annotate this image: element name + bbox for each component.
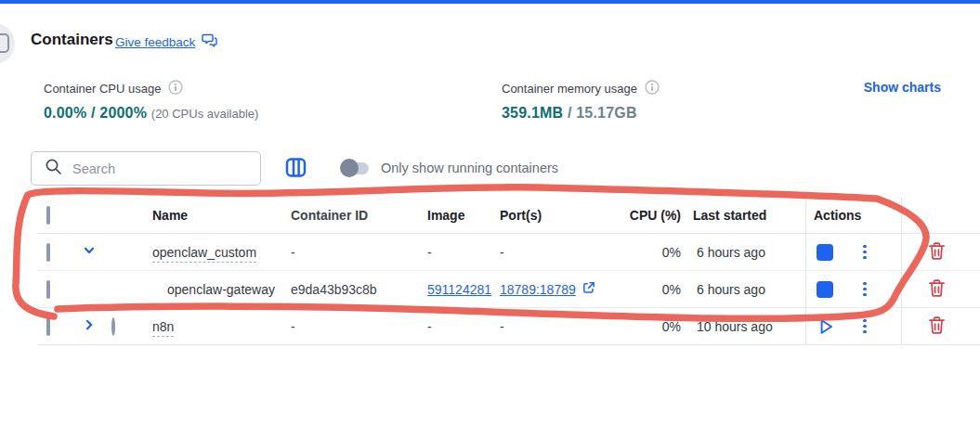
running-only-toggle-label: Only show running containers [381, 161, 558, 175]
give-feedback-label: Give feedback [115, 35, 195, 49]
show-charts-button[interactable]: Show charts [864, 80, 941, 95]
last-started-cell: 6 hours ago [685, 245, 805, 260]
search-input[interactable] [72, 161, 249, 176]
kebab-menu-icon[interactable] [857, 280, 872, 299]
memory-sep: / [563, 105, 576, 121]
toggle-knob [340, 159, 359, 177]
collapse-row-button[interactable] [74, 243, 104, 261]
cpu-total: 2000% [99, 105, 147, 121]
table-row-n8n: n8n - - - 0% 10 hours ago [37, 308, 980, 345]
trash-icon[interactable] [928, 241, 946, 264]
row-checkbox[interactable] [46, 317, 50, 336]
chat-feedback-icon [202, 33, 217, 50]
container-name-cell: openclaw-gateway [144, 282, 283, 297]
header-cpu[interactable]: CPU (%) [613, 208, 685, 223]
header-last-started[interactable]: Last started [685, 208, 805, 223]
header-name[interactable]: Name [144, 208, 283, 223]
image-cell: - [423, 319, 495, 334]
memory-total: 15.17GB [576, 105, 636, 121]
play-icon[interactable] [817, 317, 835, 336]
last-started-cell: 6 hours ago [685, 282, 805, 297]
header-container-id[interactable]: Container ID [283, 208, 423, 223]
search-icon [45, 158, 62, 179]
chevron-down-icon [82, 243, 97, 261]
memory-used: 359.1MB [502, 105, 563, 121]
expand-row-button[interactable] [74, 317, 104, 335]
containers-page: Containers Give feedback Container CPU u… [0, 0, 980, 425]
stopped-status-circle [111, 317, 115, 336]
info-icon[interactable] [645, 80, 660, 97]
actions-column-divider-left [805, 198, 806, 345]
cpu-cell: 0% [613, 245, 685, 260]
memory-usage-label: Container memory usage [502, 82, 637, 96]
header-ports[interactable]: Port(s) [495, 208, 613, 223]
trash-icon[interactable] [928, 278, 946, 301]
external-link-icon[interactable] [582, 281, 595, 297]
table-header-row: Name Container ID Image Port(s) CPU (%) … [37, 198, 980, 234]
row-checkbox[interactable] [46, 280, 50, 299]
memory-usage-value: 359.1MB / 15.17GB [502, 105, 660, 122]
running-only-toggle[interactable] [340, 159, 370, 177]
cpu-available-note: (20 CPUs available) [151, 107, 259, 121]
container-id-cell: - [283, 245, 423, 260]
image-link[interactable]: 591124281 [427, 282, 491, 297]
stop-icon[interactable] [817, 281, 833, 298]
table-row-openclaw-gateway: openclaw-gateway e9da43b93c8b 591124281 … [37, 271, 980, 308]
cpu-usage-value: 0.00% / 2000% (20 CPUs available) [44, 105, 258, 122]
give-feedback-link[interactable]: Give feedback [115, 33, 217, 50]
container-id-cell: - [283, 319, 423, 334]
cpu-cell: 0% [613, 282, 685, 297]
container-icon [0, 33, 9, 53]
port-link[interactable]: 18789:18789 [500, 282, 576, 297]
ports-cell: - [495, 245, 613, 260]
header-image[interactable]: Image [423, 208, 495, 223]
ports-cell: - [495, 319, 613, 334]
header-actions: Actions [805, 208, 901, 223]
last-started-cell: 10 hours ago [685, 319, 805, 334]
cpu-usage-label: Container CPU usage [44, 82, 161, 96]
actions-column-divider-right [901, 198, 902, 345]
stop-icon[interactable] [817, 244, 833, 261]
container-name-link[interactable]: openclaw_custom [152, 245, 256, 263]
image-cell: - [423, 245, 495, 260]
chevron-right-icon [82, 317, 97, 335]
kebab-menu-icon[interactable] [857, 317, 872, 336]
cpu-sep: / [86, 105, 99, 121]
kebab-menu-icon[interactable] [857, 243, 872, 262]
row-checkbox[interactable] [46, 243, 50, 262]
search-box[interactable] [31, 151, 261, 186]
cpu-used: 0.00% [44, 105, 86, 121]
container-id-cell: e9da43b93c8b [283, 282, 423, 297]
containers-table: Name Container ID Image Port(s) CPU (%) … [37, 198, 980, 345]
cpu-usage-stat: Container CPU usage 0.00% / 2000% (20 CP… [44, 80, 258, 122]
top-accent-bar [0, 0, 980, 4]
page-title: Containers [31, 31, 113, 49]
memory-usage-stat: Container memory usage 359.1MB / 15.17GB [502, 80, 660, 122]
trash-icon[interactable] [928, 316, 946, 338]
select-all-checkbox[interactable] [46, 206, 50, 225]
container-name-link[interactable]: n8n [152, 319, 174, 337]
sidebar-containers-icon[interactable] [0, 23, 15, 64]
info-icon[interactable] [168, 80, 183, 97]
columns-icon[interactable] [285, 157, 307, 178]
table-row-openclaw-custom: openclaw_custom - - - 0% 6 hours ago [37, 234, 980, 271]
cpu-cell: 0% [613, 319, 685, 334]
